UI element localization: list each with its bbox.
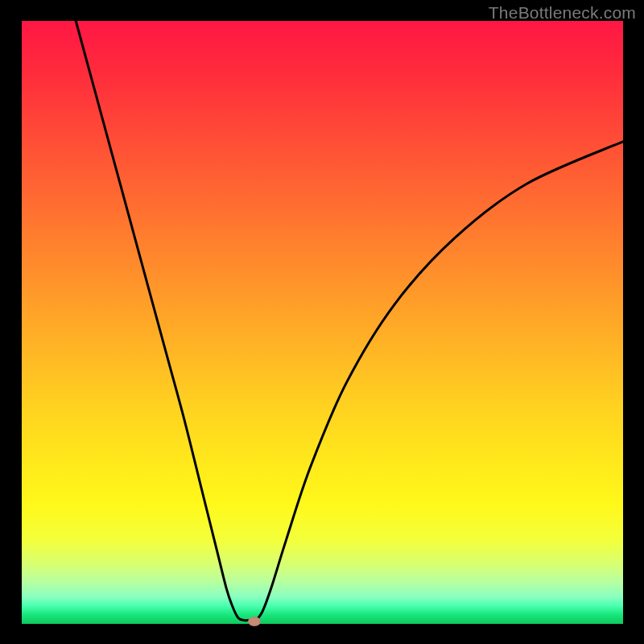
curve-svg [22,21,623,624]
optimum-marker [248,617,261,626]
chart-frame: TheBottleneck.com [0,0,644,644]
bottleneck-curve [76,21,623,622]
watermark-text: TheBottleneck.com [489,3,636,23]
plot-area [22,21,623,624]
